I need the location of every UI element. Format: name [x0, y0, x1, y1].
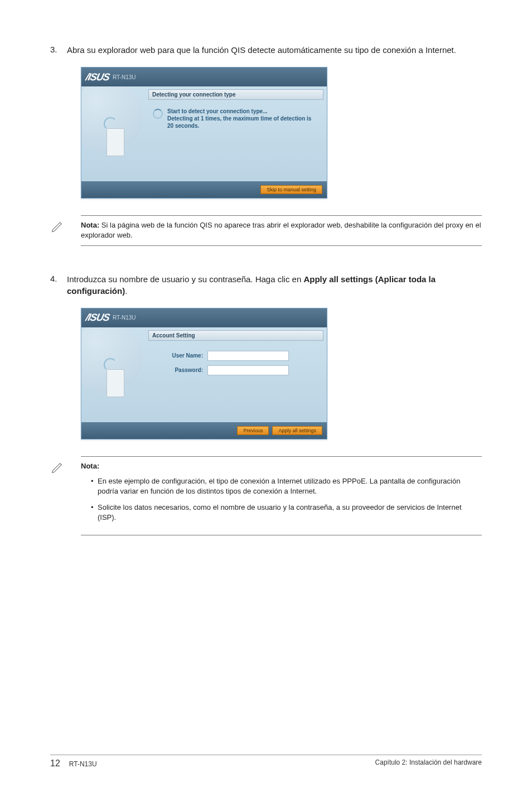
- footer-left: 12 RT-N13U: [50, 758, 97, 769]
- screenshot-header: /ISUS RT-N13U: [81, 67, 327, 86]
- password-input[interactable]: [207, 365, 289, 375]
- screenshot2-body: Account Setting User Name: Password:: [81, 327, 327, 422]
- note-1-body: Si la página web de la función QIS no ap…: [81, 221, 481, 239]
- note-2-content: Nota: En este ejemplo de configuración, …: [81, 461, 482, 523]
- footer-model: RT-N13U: [69, 760, 97, 768]
- step-3-number: 3.: [50, 45, 67, 56]
- footer-chapter: Capítulo 2: Instalación del hardware: [375, 758, 482, 769]
- note-2: Nota: En este ejemplo de configuración, …: [81, 456, 482, 535]
- skip-manual-button[interactable]: Skip to manual setting: [260, 185, 322, 194]
- pencil-icon: [50, 218, 66, 234]
- screenshot-detecting: /ISUS RT-N13U Detecting your connection …: [81, 67, 327, 199]
- detect-line2: Detecting at 1 times, the maximum time o…: [167, 115, 311, 129]
- note-2-bullet-1: En este ejemplo de configuración, el tip…: [91, 476, 482, 496]
- step-3: 3. Abra su explorador web para que la fu…: [50, 45, 482, 56]
- note-2-list: En este ejemplo de configuración, el tip…: [91, 476, 482, 522]
- panel-body: Start to detect your connection type... …: [148, 100, 323, 137]
- previous-button[interactable]: Previous: [237, 426, 269, 435]
- model-label-2: RT-N13U: [113, 315, 136, 321]
- asus-logo-2: /ISUS: [85, 312, 110, 323]
- step-4-number: 4.: [50, 274, 67, 297]
- screenshot-footer: Skip to manual setting: [81, 181, 327, 198]
- screenshot-body: Detecting your connection type Start to …: [81, 86, 327, 181]
- panel-title: Detecting your connection type: [148, 89, 323, 100]
- globe-illustration: [81, 86, 148, 181]
- apply-all-settings-button[interactable]: Apply all settings: [272, 426, 322, 435]
- step-4: 4. Introduzca su nombre de usuario y su …: [50, 274, 482, 297]
- screenshot2-header: /ISUS RT-N13U: [81, 308, 327, 327]
- note-1-label: Nota:: [81, 221, 99, 229]
- note-1-text: Nota: Si la página web de la función QIS…: [81, 220, 482, 240]
- account-panel: Account Setting User Name: Password:: [148, 327, 327, 422]
- loading-spinner-icon: [153, 109, 163, 119]
- step-4-text: Introduzca su nombre de usuario y su con…: [67, 274, 482, 297]
- step-3-text: Abra su explorador web para que la funci…: [67, 45, 482, 56]
- screenshot2-footer: Previous Apply all settings: [81, 422, 327, 439]
- detect-panel: Detecting your connection type Start to …: [148, 86, 327, 181]
- note-1: Nota: Si la página web de la función QIS…: [81, 215, 482, 246]
- pencil-icon-2: [50, 459, 66, 475]
- account-panel-title: Account Setting: [148, 330, 323, 341]
- step-4-text-a: Introduzca su nombre de usuario y su con…: [67, 274, 303, 284]
- password-label: Password:: [153, 367, 207, 373]
- page-footer: 12 RT-N13U Capítulo 2: Instalación del h…: [50, 755, 482, 769]
- note-2-bullet-2: Solicite los datos necesarios, como el n…: [91, 503, 482, 522]
- username-label: User Name:: [153, 352, 207, 359]
- username-row: User Name:: [153, 351, 319, 361]
- username-input[interactable]: [207, 351, 289, 361]
- asus-logo: /ISUS: [85, 71, 110, 83]
- detect-line1: Start to detect your connection type...: [167, 108, 267, 114]
- password-row: Password:: [153, 365, 319, 375]
- note-2-label: Nota:: [81, 462, 99, 470]
- globe-illustration-2: [81, 327, 148, 422]
- model-label: RT-N13U: [113, 74, 136, 80]
- page-number: 12: [50, 758, 60, 769]
- step-4-text-c: .: [125, 286, 127, 296]
- screenshot-account: /ISUS RT-N13U Account Setting User Name:…: [81, 308, 327, 439]
- detect-text: Start to detect your connection type... …: [167, 108, 319, 129]
